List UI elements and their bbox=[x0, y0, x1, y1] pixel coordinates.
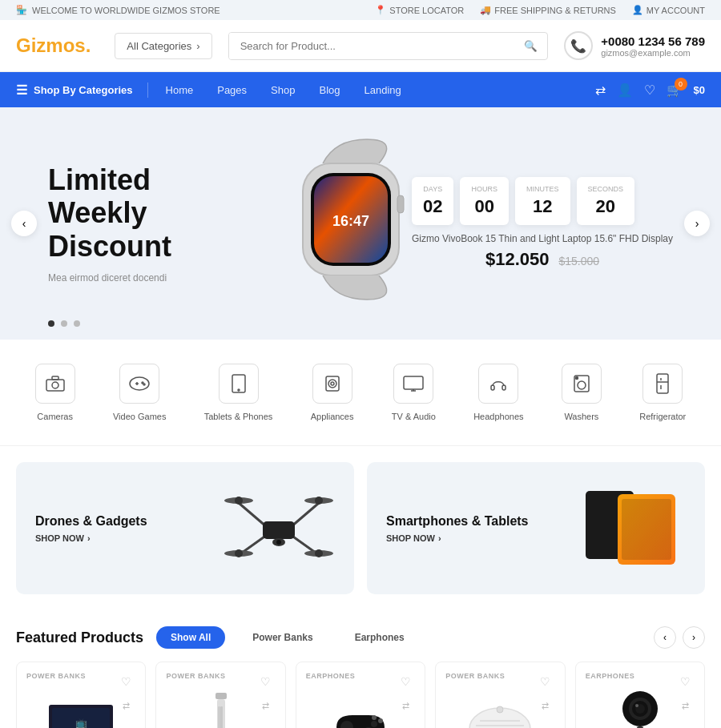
svg-point-71 bbox=[497, 706, 503, 713]
top-bar-welcome: 🏪 WELCOME TO WORLDWIDE GIZMOS STORE bbox=[16, 5, 220, 15]
hero-prev-button[interactable]: ‹ bbox=[11, 211, 37, 236]
compare-button-3[interactable]: ⇄ bbox=[396, 696, 415, 715]
nav-landing[interactable]: Landing bbox=[355, 74, 411, 106]
my-account-link[interactable]: 👤 MY ACCOUNT bbox=[632, 5, 705, 15]
svg-point-76 bbox=[635, 704, 638, 707]
phone-number: +0080 1234 56 789 bbox=[601, 34, 705, 48]
fridge-icon bbox=[642, 364, 683, 404]
phone-icon: 📞 bbox=[564, 31, 593, 60]
svg-point-14 bbox=[238, 389, 240, 391]
logo[interactable]: Gizmos. bbox=[16, 34, 91, 57]
nav-home[interactable]: Home bbox=[156, 74, 203, 106]
search-input[interactable] bbox=[229, 33, 515, 59]
product-card-4: POWER BANKS ♡ ⇄ Blueto bbox=[435, 662, 565, 728]
svg-rect-55 bbox=[218, 706, 220, 728]
svg-point-6 bbox=[52, 382, 58, 388]
promo-banners: Drones & Gadgets SHOP NOW › bbox=[0, 446, 721, 610]
svg-point-39 bbox=[315, 497, 323, 505]
store-locator-link[interactable]: 📍 STORE LOCATOR bbox=[375, 5, 464, 15]
hero-dot-2[interactable] bbox=[61, 320, 67, 327]
countdown-minutes: MINUTES 12 bbox=[515, 177, 570, 225]
svg-rect-4 bbox=[397, 195, 404, 213]
compare-button-4[interactable]: ⇄ bbox=[536, 696, 555, 715]
search-bar: 🔍 bbox=[228, 32, 549, 60]
wishlist-button-4[interactable]: ♡ bbox=[536, 672, 555, 691]
hero-title: Limited Weekly Discount bbox=[48, 163, 240, 263]
category-bar: Cameras Video Games Tablets & Phones bbox=[0, 340, 721, 446]
promo-smartphones-title: Smartphones & Tablets bbox=[386, 514, 529, 529]
washers-label: Washers bbox=[564, 412, 598, 421]
wishlist-button-1[interactable]: ♡ bbox=[116, 672, 135, 691]
compare-icon[interactable]: ⇄ bbox=[595, 82, 606, 98]
wishlist-button-3[interactable]: ♡ bbox=[396, 672, 415, 691]
category-tv-audio[interactable]: TV & Audio bbox=[392, 364, 436, 421]
user-icon: 👤 bbox=[632, 5, 643, 15]
filter-power-banks[interactable]: Power Banks bbox=[238, 626, 327, 649]
hero-countdown: DAYS 02 HOURS 00 MINUTES 12 SECONDS 20 G… bbox=[412, 177, 673, 270]
svg-rect-47 bbox=[622, 499, 671, 560]
search-icon: 🔍 bbox=[524, 40, 538, 52]
wishlist-button-2[interactable]: ♡ bbox=[256, 672, 276, 691]
appliances-icon bbox=[312, 364, 352, 404]
category-video-games[interactable]: Video Games bbox=[113, 364, 166, 421]
promo-tablets-image bbox=[582, 483, 686, 573]
promo-drones-link[interactable]: SHOP NOW › bbox=[35, 533, 147, 543]
free-shipping-link[interactable]: 🚚 FREE SHIPPING & RETURNS bbox=[480, 5, 616, 15]
tablets-label: Tablets & Phones bbox=[204, 412, 273, 421]
profile-icon[interactable]: 👤 bbox=[617, 82, 633, 98]
svg-rect-18 bbox=[404, 376, 423, 389]
cart-icon-container[interactable]: 🛒 0 bbox=[667, 82, 683, 98]
category-washers[interactable]: Washers bbox=[562, 364, 602, 421]
promo-smartphones: Smartphones & Tablets SHOP NOW › bbox=[367, 462, 705, 594]
refrigerator-label: Refrigerator bbox=[639, 412, 686, 421]
wishlist-button-5[interactable]: ♡ bbox=[675, 672, 695, 691]
category-cameras[interactable]: Cameras bbox=[35, 364, 75, 421]
svg-point-62 bbox=[372, 715, 377, 720]
top-bar-links: 📍 STORE LOCATOR 🚚 FREE SHIPPING & RETURN… bbox=[375, 5, 705, 15]
category-select[interactable]: All Categories › bbox=[115, 33, 211, 59]
promo-drones-image bbox=[223, 483, 335, 573]
hero-dot-1[interactable] bbox=[48, 320, 54, 327]
category-refrigerator[interactable]: Refrigerator bbox=[639, 364, 686, 421]
wishlist-icon[interactable]: ♡ bbox=[644, 82, 655, 98]
promo-smartphones-link[interactable]: SHOP NOW › bbox=[386, 533, 529, 543]
nav-shop[interactable]: Shop bbox=[261, 74, 304, 106]
search-button[interactable]: 🔍 bbox=[514, 33, 547, 59]
compare-button-2[interactable]: ⇄ bbox=[256, 696, 276, 715]
welcome-text: WELCOME TO WORLDWIDE GIZMOS STORE bbox=[32, 6, 220, 15]
category-appliances[interactable]: Appliances bbox=[311, 364, 354, 421]
filter-show-all[interactable]: Show All bbox=[156, 626, 225, 649]
product-actions-3: ♡ ⇄ bbox=[396, 672, 415, 715]
nav-links: Home Pages Shop Blog Landing bbox=[156, 74, 411, 106]
washer-icon bbox=[562, 364, 602, 404]
countdown-boxes: DAYS 02 HOURS 00 MINUTES 12 SECONDS 20 bbox=[412, 177, 673, 225]
shop-by-categories-button[interactable]: ☰ Shop By Categories bbox=[16, 82, 148, 98]
cart-total[interactable]: $0 bbox=[694, 84, 705, 96]
svg-rect-42 bbox=[263, 521, 295, 539]
featured-next-button[interactable]: › bbox=[683, 626, 705, 649]
tv-audio-label: TV & Audio bbox=[392, 412, 436, 421]
hero-next-button[interactable]: › bbox=[684, 211, 710, 236]
nav-blog[interactable]: Blog bbox=[309, 74, 349, 106]
svg-rect-56 bbox=[220, 706, 223, 728]
svg-point-44 bbox=[276, 540, 281, 545]
svg-point-16 bbox=[328, 380, 336, 388]
compare-button-5[interactable]: ⇄ bbox=[675, 696, 695, 715]
svg-point-8 bbox=[130, 377, 149, 390]
countdown-days: DAYS 02 bbox=[412, 177, 453, 225]
featured-prev-button[interactable]: ‹ bbox=[654, 626, 676, 649]
hero-text: Limited Weekly Discount Mea eirmod dicer… bbox=[48, 163, 240, 284]
svg-point-40 bbox=[235, 549, 243, 557]
hero-product-info: Gizmo VivoBook 15 Thin and Light Laptop … bbox=[412, 233, 673, 270]
hero-dot-3[interactable] bbox=[74, 320, 80, 327]
headphones-label: Headphones bbox=[473, 412, 523, 421]
svg-point-17 bbox=[331, 382, 334, 385]
compare-button-1[interactable]: ⇄ bbox=[116, 696, 135, 715]
product-card-3: EARPHONES ♡ ⇄ bbox=[296, 662, 425, 728]
category-headphones[interactable]: Headphones bbox=[473, 364, 523, 421]
nav-pages[interactable]: Pages bbox=[207, 74, 256, 106]
svg-rect-7 bbox=[52, 376, 58, 380]
filter-earphones[interactable]: Earphones bbox=[340, 626, 419, 649]
category-tablets[interactable]: Tablets & Phones bbox=[204, 364, 273, 421]
product-actions-5: ♡ ⇄ bbox=[675, 672, 695, 715]
